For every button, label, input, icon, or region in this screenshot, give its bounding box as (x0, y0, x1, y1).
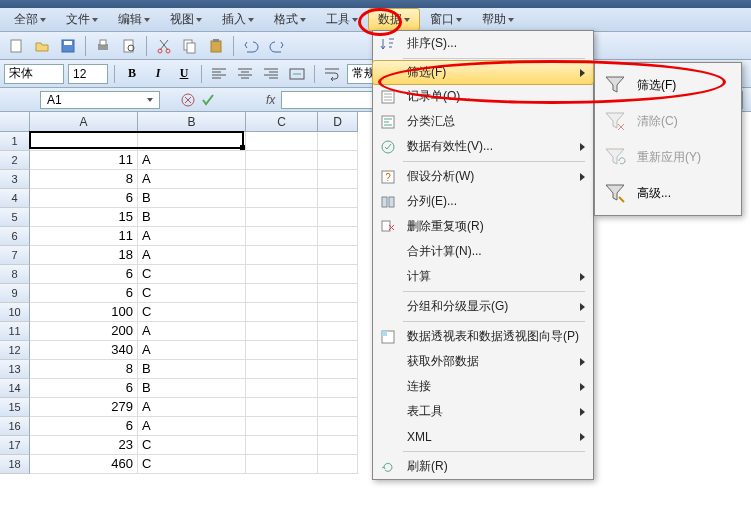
cell[interactable] (318, 151, 358, 170)
menu-insert[interactable]: 插入 (212, 8, 264, 31)
font-name-combo[interactable]: 宋体 (4, 64, 64, 84)
row-header[interactable]: 16 (0, 417, 30, 436)
menu-sort[interactable]: 排序(S)... (373, 31, 593, 56)
row-header[interactable]: 14 (0, 379, 30, 398)
menu-connections[interactable]: 连接 (373, 374, 593, 399)
cell[interactable]: 18 (30, 246, 138, 265)
cell[interactable] (318, 132, 358, 151)
cell[interactable] (318, 170, 358, 189)
col-header-C[interactable]: C (246, 112, 318, 132)
row-header[interactable]: 10 (0, 303, 30, 322)
cell[interactable]: 6 (30, 265, 138, 284)
cell[interactable] (318, 322, 358, 341)
cell[interactable] (246, 322, 318, 341)
menu-window[interactable]: 窗口 (420, 8, 472, 31)
cell[interactable] (318, 398, 358, 417)
cell[interactable]: 6 (30, 284, 138, 303)
select-all-corner[interactable] (0, 112, 30, 132)
paste-icon[interactable] (204, 35, 228, 57)
wrap-text-icon[interactable] (321, 64, 343, 84)
cell[interactable]: 11 (30, 227, 138, 246)
print-icon[interactable] (91, 35, 115, 57)
cell[interactable]: A (138, 151, 246, 170)
cell[interactable]: C (138, 436, 246, 455)
cell[interactable] (246, 227, 318, 246)
font-size-combo[interactable]: 12 (68, 64, 108, 84)
cell[interactable] (318, 208, 358, 227)
save-icon[interactable] (56, 35, 80, 57)
cell[interactable] (318, 265, 358, 284)
cell[interactable] (246, 189, 318, 208)
col-header-A[interactable]: A (30, 112, 138, 132)
name-box[interactable]: A1 (40, 91, 160, 109)
underline-button[interactable]: U (173, 64, 195, 84)
cell[interactable]: 15 (30, 208, 138, 227)
cell[interactable] (246, 132, 318, 151)
cell[interactable] (246, 208, 318, 227)
cell[interactable]: A (138, 246, 246, 265)
menu-consolidate[interactable]: 合并计算(N)... (373, 239, 593, 264)
menu-data[interactable]: 数据 (368, 8, 420, 31)
submenu-clear[interactable]: 清除(C) (595, 103, 741, 139)
cell[interactable]: 6 (30, 379, 138, 398)
row-header[interactable]: 9 (0, 284, 30, 303)
cell[interactable] (246, 398, 318, 417)
cell[interactable]: 8 (30, 360, 138, 379)
cell[interactable] (246, 379, 318, 398)
cell[interactable]: 100 (30, 303, 138, 322)
submenu-advanced[interactable]: 高级... (595, 175, 741, 211)
menu-edit[interactable]: 编辑 (108, 8, 160, 31)
cell[interactable] (246, 455, 318, 474)
row-header[interactable]: 8 (0, 265, 30, 284)
cell[interactable] (138, 132, 246, 151)
row-header[interactable]: 13 (0, 360, 30, 379)
italic-button[interactable]: I (147, 64, 169, 84)
row-header[interactable]: 11 (0, 322, 30, 341)
align-left-icon[interactable] (208, 64, 230, 84)
cell[interactable] (318, 417, 358, 436)
menu-dedup[interactable]: 删除重复项(R) (373, 214, 593, 239)
cell[interactable]: B (138, 360, 246, 379)
new-icon[interactable] (4, 35, 28, 57)
cell[interactable]: 23 (30, 436, 138, 455)
cut-icon[interactable] (152, 35, 176, 57)
preview-icon[interactable] (117, 35, 141, 57)
cell[interactable]: 200 (30, 322, 138, 341)
submenu-filter[interactable]: 筛选(F) (595, 67, 741, 103)
menu-whatif[interactable]: ? 假设分析(W) (373, 164, 593, 189)
cell[interactable] (318, 455, 358, 474)
menu-validation[interactable]: 数据有效性(V)... (373, 134, 593, 159)
cell[interactable] (318, 436, 358, 455)
cell[interactable]: C (138, 265, 246, 284)
cell[interactable]: A (138, 398, 246, 417)
cell[interactable] (318, 360, 358, 379)
cell[interactable] (318, 303, 358, 322)
cell[interactable]: A (138, 227, 246, 246)
menu-view[interactable]: 视图 (160, 8, 212, 31)
cell[interactable]: C (138, 455, 246, 474)
row-header[interactable]: 1 (0, 132, 30, 151)
cell[interactable] (318, 246, 358, 265)
menu-calc[interactable]: 计算 (373, 264, 593, 289)
cell[interactable] (246, 360, 318, 379)
cell[interactable] (246, 303, 318, 322)
cell[interactable]: C (138, 303, 246, 322)
cell[interactable]: A (138, 170, 246, 189)
cell[interactable] (246, 417, 318, 436)
cell[interactable]: B (138, 379, 246, 398)
cell[interactable]: B (138, 189, 246, 208)
menu-filter[interactable]: 筛选(F) (372, 60, 594, 85)
align-right-icon[interactable] (260, 64, 282, 84)
cell[interactable]: 8 (30, 170, 138, 189)
menu-tools[interactable]: 工具 (316, 8, 368, 31)
menu-file[interactable]: 文件 (56, 8, 108, 31)
menu-format[interactable]: 格式 (264, 8, 316, 31)
cell[interactable]: 340 (30, 341, 138, 360)
menu-all[interactable]: 全部 (4, 8, 56, 31)
row-header[interactable]: 6 (0, 227, 30, 246)
cell[interactable] (30, 132, 138, 151)
menu-external[interactable]: 获取外部数据 (373, 349, 593, 374)
menu-group[interactable]: 分组和分级显示(G) (373, 294, 593, 319)
cell[interactable] (318, 227, 358, 246)
align-center-icon[interactable] (234, 64, 256, 84)
